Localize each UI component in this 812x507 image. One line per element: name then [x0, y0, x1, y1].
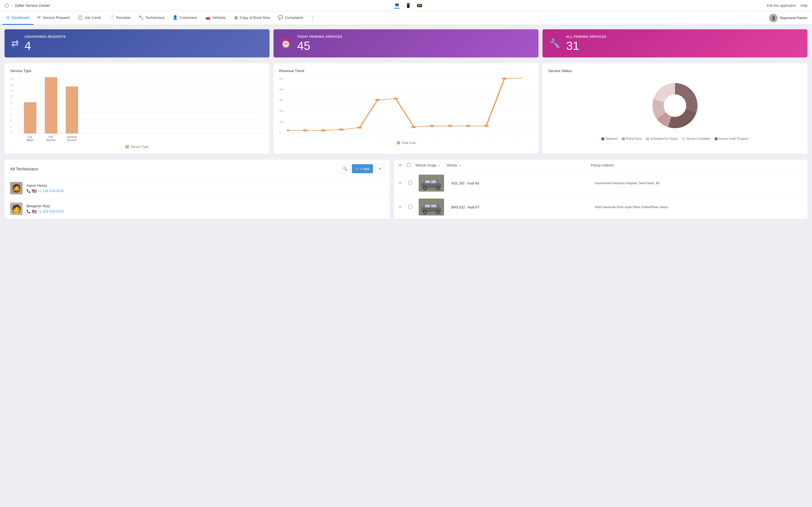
technicians-list: 🧔 Aaron Henry 📞 🇺🇸 +1 234-234-3234 🧑 Ben…: [4, 178, 390, 219]
legend-color-total-cost: [397, 141, 400, 145]
nav-label-job-cards: Job Cards: [85, 15, 101, 20]
tablet-icon[interactable]: 📱: [405, 3, 411, 8]
row-checkbox-2[interactable]: [409, 205, 414, 209]
svg-point-17: [484, 125, 489, 127]
nav-label-service-request: Service Request: [43, 15, 70, 20]
desktop-icon[interactable]: 💻: [394, 2, 400, 9]
pickup-address-label: Pickup Address: [591, 163, 614, 167]
legend-color-scheduled-pickup: [646, 137, 649, 140]
bar-full-service: [45, 77, 57, 133]
nav-item-technicians[interactable]: 🔧 Technicians: [135, 11, 168, 25]
technicians-icon: 🔧: [139, 15, 144, 20]
bar-value-general-service: [66, 87, 78, 133]
donut-svg: [647, 77, 703, 134]
help-button[interactable]: Help: [801, 4, 808, 8]
customers-icon: 👤: [172, 15, 178, 20]
vehicle-image-2: [419, 199, 444, 216]
select-all-checkbox[interactable]: [407, 163, 410, 167]
search-button[interactable]: 🔍: [341, 164, 350, 173]
vehicles-icon: 🚗: [205, 15, 211, 20]
stat-card-today-pending[interactable]: ⏰ TODAY PENDING SERVICES 45: [273, 29, 539, 57]
filter-button[interactable]: ≡: [375, 164, 384, 173]
nav-item-service-request[interactable]: ✏ Service Request: [34, 11, 73, 25]
revenue-line-svg: [287, 77, 533, 134]
breadcrumb-separator: ›: [11, 4, 12, 8]
nav-item-customers[interactable]: 👤 Customers: [168, 11, 201, 25]
nav-user[interactable]: 👤 Raymond Parker: [767, 14, 810, 22]
row-2-checkbox[interactable]: [409, 205, 412, 209]
stat-label-all: ALL PENDING SERVICES: [566, 35, 606, 38]
legend-item-service-under-progress: Service Under Progress: [715, 137, 749, 140]
nav-item-job-cards[interactable]: 📋 Job Cards: [73, 11, 105, 25]
stat-text-unassigned: UNASSIGNED REQUESTS 4: [24, 35, 66, 52]
eye-icon-header: 👁: [398, 163, 404, 168]
main-content: ⇄ UNASSIGNED REQUESTS 4 ⏰ TODAY PENDING …: [0, 25, 812, 224]
user-name: Raymond Parker: [780, 16, 808, 20]
svg-point-7: [303, 129, 308, 131]
vehicle-image-label: Vehicle Image: [415, 163, 437, 167]
legend-item-scheduled-pickup: Scheduled For Pickup: [646, 137, 678, 140]
phone-icon-benjamin: 📞: [27, 210, 31, 214]
nav-label-technicians: Technicians: [146, 15, 165, 20]
service-request-icon: ✏: [38, 15, 41, 20]
tech-item-benjamin[interactable]: 🧑 Benjamin Ruiz 📞 🇺🇸 +1 254-234-2234: [4, 199, 390, 219]
nav-more-menu[interactable]: ⋮: [307, 15, 318, 21]
stat-cards: ⇄ UNASSIGNED REQUESTS 4 ⏰ TODAY PENDING …: [4, 29, 808, 57]
checkbox-header[interactable]: [407, 163, 412, 168]
row-checkbox-1[interactable]: [409, 181, 414, 185]
vehicle-name-1: AOL 242 - Audi A6: [451, 181, 479, 185]
phone-number-aaron: +1 234-234-3234: [38, 189, 64, 193]
legend-label-scheduled-pickup: Scheduled For Pickup: [650, 137, 678, 140]
stat-label-unassigned: UNASSIGNED REQUESTS: [24, 35, 66, 38]
tech-name-benjamin: Benjamin Ruiz: [27, 204, 64, 208]
add-technician-button[interactable]: + + Add: [352, 164, 373, 173]
phone-icon: 📞: [27, 189, 31, 193]
add-label: + Add: [359, 167, 369, 171]
complaints-icon: 💬: [278, 15, 283, 20]
legend-label-service-under-progress: Service Under Progress: [719, 137, 749, 140]
mobile-icon[interactable]: 📟: [417, 3, 422, 8]
legend-label-service-completed: Service Completed: [686, 137, 710, 140]
avatar-benjamin: 🧑: [10, 203, 22, 215]
dashboard-icon: ⊙: [6, 15, 10, 20]
nav-item-copy-book-now[interactable]: 🖥 Copy of Book Now: [230, 11, 274, 25]
row-1-checkbox[interactable]: [409, 181, 412, 184]
legend-item-delivered: Delivered: [601, 137, 617, 140]
tech-info-benjamin: Benjamin Ruiz 📞 🇺🇸 +1 254-234-2234: [27, 204, 64, 214]
tech-name-aaron: Aaron Henry: [27, 183, 64, 187]
nav-label-complaints: Complaints: [285, 15, 303, 20]
legend-item-service-completed: Service Completed: [682, 137, 710, 140]
col-pickup-address: Pickup Address: [591, 163, 803, 167]
svg-point-8: [320, 129, 326, 131]
nav-item-receipts[interactable]: 📄 Receipts: [105, 11, 135, 25]
today-pending-icon: ⏰: [280, 38, 292, 49]
svg-rect-42: [431, 205, 437, 207]
add-icon: +: [356, 167, 358, 171]
nav-item-vehicles[interactable]: 🚗 Vehicles: [201, 11, 230, 25]
row-eye-icon-2: 👁: [398, 205, 404, 209]
bar-xlabel-general-service: General Service: [65, 135, 78, 142]
vehicle-svg-2: [419, 199, 444, 216]
svg-point-13: [411, 126, 416, 128]
bar-xlabel-full-service: Full Service: [45, 135, 57, 142]
svg-rect-41: [425, 205, 430, 207]
edit-app-button[interactable]: Edit this application: [767, 4, 796, 8]
svg-point-9: [339, 128, 344, 131]
svg-point-39: [424, 211, 426, 213]
revenue-trend-title: Revenue Trend: [279, 69, 533, 73]
col-sort-icon-2: ▼: [458, 164, 461, 167]
tech-phone-benjamin: 📞 🇺🇸 +1 254-234-2234: [27, 209, 64, 214]
nav-item-complaints[interactable]: 💬 Complaints: [274, 11, 307, 25]
service-type-legend: Service Type: [10, 145, 264, 149]
vehicle-name-2: BHS 632 - Audi A7: [451, 205, 479, 209]
bar-xlabel-car-wash: Car Wash: [24, 135, 36, 142]
legend-label-pickup-done: Pickup Done: [626, 137, 642, 140]
col-vehicle-image: Vehicle Image ▼: [415, 163, 444, 167]
stat-card-all-pending[interactable]: 🔧 ALL PENDING SERVICES 31: [543, 29, 808, 57]
tech-item-aaron[interactable]: 🧔 Aaron Henry 📞 🇺🇸 +1 234-234-3234: [4, 178, 390, 199]
nav-label-customers: Customers: [180, 15, 197, 20]
svg-point-30: [424, 187, 426, 189]
stat-card-unassigned[interactable]: ⇄ UNASSIGNED REQUESTS 4: [4, 29, 269, 57]
charts-row: Service Type 0 2 4 6 8 10 12 14 16 18: [4, 63, 808, 154]
nav-item-dashboard[interactable]: ⊙ Dashboard: [2, 11, 34, 25]
